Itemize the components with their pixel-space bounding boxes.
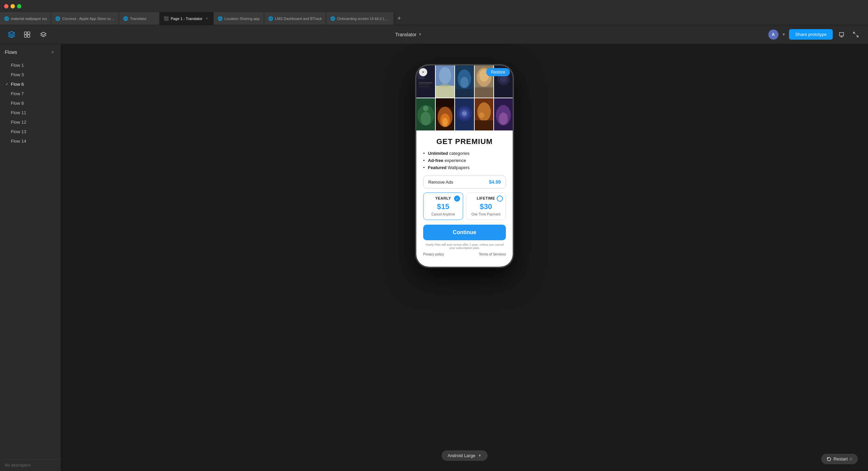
device-selector-bar[interactable]: Android Large ▼ [441, 450, 488, 461]
sidebar-item-flow11[interactable]: Flow 11 [2, 108, 59, 117]
close-window-button[interactable] [4, 4, 8, 8]
svg-point-12 [440, 84, 450, 87]
screen-close-button[interactable]: × [419, 68, 427, 76]
restart-key-hint: R [850, 457, 852, 461]
yearly-check-icon: ✓ [454, 196, 460, 202]
user-avatar-button[interactable]: A [768, 29, 778, 40]
wallpaper-cell-3[interactable] [455, 65, 474, 98]
browser-tab-lms[interactable]: 🌐 LMS Dashboard and BTrack [264, 12, 326, 25]
wallpaper-cell-2[interactable] [436, 65, 454, 98]
svg-rect-1 [27, 32, 30, 34]
flow-item-label: Flow 14 [11, 139, 26, 144]
yearly-plan-price: $15 [427, 202, 459, 211]
svg-rect-32 [436, 98, 454, 107]
remove-ads-row[interactable]: Remove Ads $4.99 [423, 176, 506, 188]
tab-favicon: 🌐 [123, 16, 128, 21]
app-logo [7, 30, 16, 39]
lifetime-plan-price: $30 [470, 202, 502, 211]
sidebar-item-flow14[interactable]: Flow 14 [2, 137, 59, 146]
sidebar-close-button[interactable]: × [49, 49, 56, 56]
svg-rect-16 [455, 89, 474, 98]
sidebar-item-flow12[interactable]: Flow 12 [2, 118, 59, 127]
bottom-links: Privacy policy Terms of Services [423, 252, 506, 256]
tab-title: material wallpaper ios [11, 17, 47, 21]
app-title: Translator [395, 32, 417, 37]
browser-tab-onboarding[interactable]: 🌐 Onboarding screen UI kit-2 (Commur... [326, 12, 394, 25]
plan-lifetime-card[interactable]: LIFETIME $30 One Time Payment [466, 192, 506, 220]
svg-rect-0 [24, 32, 27, 34]
sidebar-item-flow7[interactable]: Flow 7 [2, 89, 59, 98]
remove-ads-label: Remove Ads [428, 180, 453, 185]
wallpaper-cell-8[interactable] [455, 98, 474, 130]
grid-view-button[interactable] [22, 29, 33, 40]
flow-item-label: Flow 12 [11, 120, 26, 125]
sidebar-title: Flows [5, 49, 17, 55]
wallpaper-cell-10[interactable] [494, 98, 513, 130]
flow-item-label: Flow 6 [11, 82, 24, 87]
wallpaper-cell-9[interactable] [475, 98, 493, 130]
plan-selection-row: ✓ YEARLY $15 Cancel Anytime LIFETIME $30… [423, 192, 506, 220]
svg-rect-40 [475, 120, 493, 130]
browser-tab-coconut[interactable]: 🌐 Coconut - Apple App Store screens. [51, 12, 119, 25]
device-selector-chevron-icon: ▼ [478, 454, 481, 457]
sidebar-item-flow1[interactable]: Flow 1 [2, 61, 59, 70]
restart-button[interactable]: Restart R [821, 454, 858, 464]
tab-favicon: ⬛ [164, 16, 169, 21]
app-title-area[interactable]: Translator ▼ [54, 32, 763, 37]
browser-tab-page1-translator[interactable]: ⬛ Page 1 - Translator × [160, 12, 214, 25]
browser-tab-translator[interactable]: 🌐 Translator [119, 12, 160, 25]
tab-title: Translator [130, 17, 155, 21]
flow-item-label: Flow 8 [11, 101, 24, 106]
title-bar [0, 0, 868, 12]
disclaimer-text: Yearly Plan will auto renew after 1 year… [423, 243, 506, 250]
expand-button[interactable] [850, 29, 861, 40]
close-icon: × [422, 70, 424, 75]
continue-button[interactable]: Continue [423, 225, 506, 240]
browser-tab-material-wallpaper[interactable]: 🌐 material wallpaper ios [0, 12, 51, 25]
restore-button[interactable]: Restore [486, 68, 510, 76]
tab-favicon: 🌐 [55, 16, 60, 21]
svg-point-36 [462, 111, 467, 116]
feature-bold-1: Unlimited [428, 151, 448, 156]
restart-icon [827, 457, 831, 462]
restart-label: Restart [833, 456, 848, 462]
premium-title: GET PREMIUM [423, 137, 506, 146]
minimize-window-button[interactable] [11, 4, 15, 8]
tab-title: Page 1 - Translator [171, 17, 202, 21]
layers-button[interactable] [38, 29, 49, 40]
premium-section: GET PREMIUM Unlimited categories Ad-free… [416, 130, 513, 260]
wallpaper-cell-6[interactable] [416, 98, 435, 130]
tab-close-button[interactable]: × [204, 16, 209, 21]
wallpaper-grid-container: × Restore [416, 65, 513, 130]
sidebar-item-flow13[interactable]: Flow 13 [2, 127, 59, 136]
sidebar-item-flow3[interactable]: Flow 3 [2, 70, 59, 79]
svg-rect-7 [419, 84, 431, 85]
maximize-window-button[interactable] [17, 4, 21, 8]
svg-rect-8 [419, 86, 429, 87]
remove-ads-price: $4.99 [489, 179, 501, 185]
wallpaper-cell-7[interactable] [436, 98, 454, 130]
plan-yearly-card[interactable]: ✓ YEARLY $15 Cancel Anytime [423, 192, 463, 220]
flow-item-label: Flow 1 [11, 63, 24, 68]
share-prototype-button[interactable]: Share prototype [789, 29, 833, 40]
traffic-lights [4, 4, 21, 8]
terms-of-service-link[interactable]: Terms of Services [479, 252, 506, 256]
svg-point-23 [500, 76, 507, 82]
canvas-area: × Restore GET PREMIUM Unlimited categori… [61, 44, 868, 471]
present-button[interactable] [836, 29, 847, 40]
svg-rect-11 [436, 86, 454, 98]
lifetime-check-icon [497, 196, 503, 202]
wallpaper-row-2 [416, 98, 513, 130]
app-right-controls: A ▼ Share prototype [768, 29, 861, 40]
flow-item-label: Flow 3 [11, 72, 24, 77]
sidebar-item-flow6[interactable]: ✓ Flow 6 [2, 80, 59, 89]
phone-screen: × Restore GET PREMIUM Unlimited categori… [416, 65, 513, 267]
svg-rect-3 [27, 35, 30, 37]
device-selector-label: Android Large [448, 453, 475, 458]
browser-tab-location-sharing[interactable]: 🌐 Location Sharing app [214, 12, 264, 25]
privacy-policy-link[interactable]: Privacy policy [423, 252, 444, 256]
new-tab-button[interactable]: + [394, 14, 404, 24]
yearly-plan-desc: Cancel Anytime [427, 212, 459, 216]
sidebar-item-flow8[interactable]: Flow 8 [2, 99, 59, 108]
sidebar-description: No description [0, 459, 61, 471]
